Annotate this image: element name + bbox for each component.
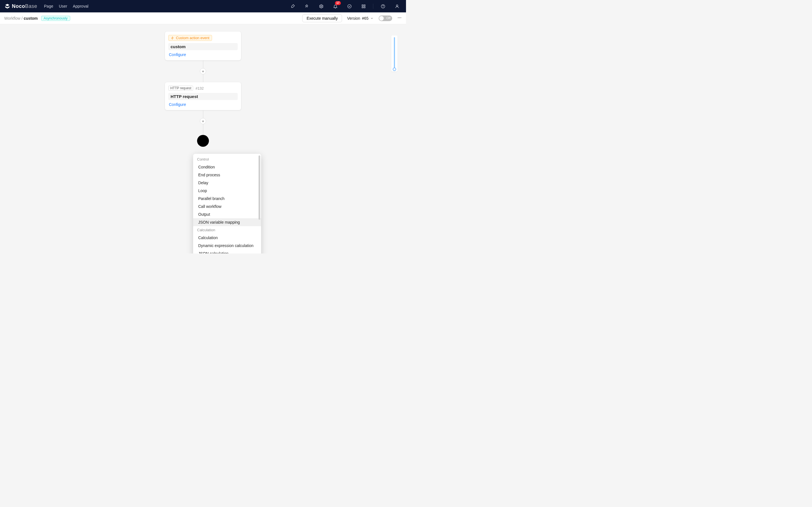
http-request-node[interactable]: HTTP request #132 HTTP request Configure: [165, 82, 241, 110]
node-name[interactable]: HTTP request: [168, 93, 238, 100]
svg-rect-4: [362, 6, 363, 8]
logo-icon: [4, 3, 10, 9]
svg-point-10: [399, 17, 400, 18]
execution-mode-tag: Asynchronously: [41, 16, 70, 21]
nav-item-user[interactable]: User: [59, 4, 67, 8]
trigger-type-tag: Custom action event: [168, 35, 212, 41]
dropdown-item[interactable]: Loop: [193, 187, 261, 194]
nav-menu: Page User Approval: [44, 4, 89, 8]
toggle-label: Off: [387, 16, 391, 20]
chevron-down-icon: [370, 17, 373, 20]
connector: [203, 74, 203, 82]
dropdown-item[interactable]: Call workflow: [193, 203, 261, 210]
svg-rect-2: [362, 4, 363, 6]
dropdown-item[interactable]: Calculation: [193, 234, 261, 242]
highlight-icon[interactable]: [289, 2, 297, 11]
dropdown-item[interactable]: End process: [193, 171, 261, 179]
connector: [203, 60, 203, 68]
version-selector[interactable]: Version #65: [347, 16, 373, 20]
toggle-knob: [379, 16, 384, 20]
workflow-canvas[interactable]: Custom action event custom Configure + H…: [0, 24, 406, 253]
workflow-flow: Custom action event custom Configure + H…: [165, 32, 241, 147]
zoom-slider[interactable]: [391, 36, 398, 71]
configure-link[interactable]: Configure: [168, 102, 238, 107]
svg-point-0: [320, 6, 322, 7]
top-nav: NocoBase Page User Approval 17: [0, 0, 406, 12]
svg-point-8: [396, 4, 398, 6]
dropdown-scrollbar[interactable]: [259, 156, 260, 220]
svg-point-11: [400, 17, 401, 18]
nav-item-approval[interactable]: Approval: [73, 4, 88, 8]
add-node-button[interactable]: +: [200, 68, 206, 74]
trigger-node[interactable]: Custom action event custom Configure: [165, 32, 241, 60]
help-icon[interactable]: [378, 2, 388, 11]
svg-rect-5: [364, 6, 365, 8]
svg-point-1: [348, 4, 351, 8]
dropdown-item[interactable]: Output: [193, 210, 261, 218]
svg-rect-3: [364, 4, 365, 6]
breadcrumb: Workflow / custom: [4, 16, 38, 20]
dropdown-item[interactable]: JSON variable mapping: [193, 218, 261, 226]
check-circle-icon[interactable]: [345, 2, 354, 11]
trigger-name[interactable]: custom: [168, 43, 238, 50]
user-icon[interactable]: [393, 2, 402, 11]
nav-item-page[interactable]: Page: [44, 4, 53, 8]
dropdown-item[interactable]: JSON calculation: [193, 249, 261, 253]
svg-point-7: [383, 7, 383, 7]
bell-icon[interactable]: 17: [331, 2, 340, 11]
configure-link[interactable]: Configure: [168, 52, 238, 57]
end-node: [197, 135, 209, 147]
breadcrumb-root[interactable]: Workflow: [4, 16, 20, 20]
dropdown-item[interactable]: Dynamic expression calculation: [193, 242, 261, 249]
gear-icon[interactable]: [317, 2, 326, 11]
grid-icon[interactable]: [359, 2, 368, 11]
logo[interactable]: NocoBase: [4, 3, 37, 9]
breadcrumb-current: custom: [24, 16, 38, 20]
nav-divider: [373, 4, 373, 9]
dropdown-group-label: Control: [193, 156, 261, 163]
pin-icon[interactable]: [303, 2, 312, 11]
notification-badge: 17: [335, 1, 341, 5]
add-node-button[interactable]: +: [200, 118, 206, 124]
execute-manually-button[interactable]: Execute manually: [302, 14, 342, 22]
logo-text: NocoBase: [12, 3, 37, 9]
svg-point-9: [398, 17, 398, 18]
node-type-dropdown[interactable]: ControlConditionEnd processDelayLoopPara…: [193, 154, 261, 253]
dropdown-item[interactable]: Delay: [193, 179, 261, 187]
dropdown-group-label: Calculation: [193, 226, 261, 234]
zoom-handle[interactable]: [393, 68, 396, 71]
node-id: #132: [195, 86, 204, 91]
enable-toggle[interactable]: Off: [378, 15, 392, 21]
dropdown-item[interactable]: Parallel branch: [193, 194, 261, 203]
workflow-header: Workflow / custom Asynchronously Execute…: [0, 12, 406, 24]
connector: [203, 110, 203, 118]
connector: [203, 124, 203, 135]
nav-icons: 17: [289, 2, 402, 11]
node-type-badge: HTTP request: [168, 86, 193, 91]
dropdown-item[interactable]: Condition: [193, 163, 261, 171]
lightning-icon: [171, 36, 174, 40]
more-menu-icon[interactable]: [397, 15, 402, 21]
